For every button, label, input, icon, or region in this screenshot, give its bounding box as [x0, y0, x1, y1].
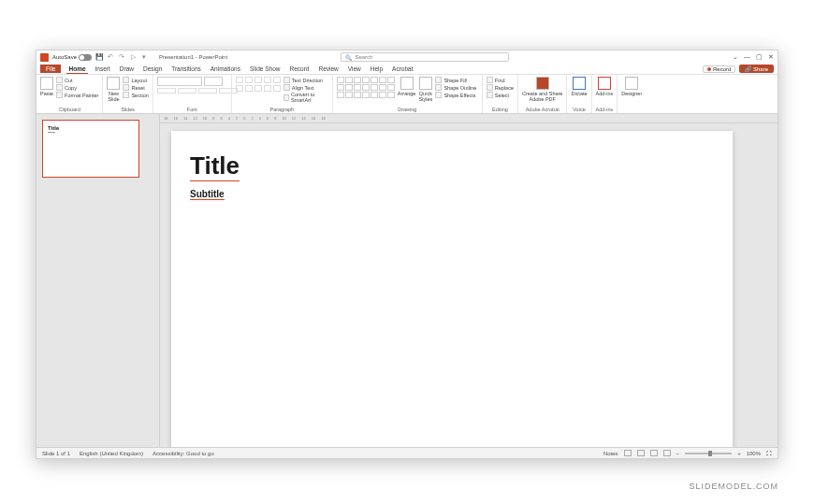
toggle-off-icon[interactable]	[79, 54, 92, 61]
slide-subtitle-placeholder[interactable]: Subtitle	[190, 189, 225, 200]
font-size-input[interactable]	[204, 77, 223, 86]
tab-record[interactable]: Record	[287, 65, 311, 73]
accessibility-indicator[interactable]: Accessibility: Good to go	[153, 451, 214, 456]
addins-button[interactable]: Add-ins	[596, 77, 614, 96]
format-painter-button[interactable]: Format Painter	[56, 92, 98, 98]
minimize-icon[interactable]: —	[744, 53, 750, 61]
normal-view-icon[interactable]	[624, 450, 632, 456]
align-left-button[interactable]	[236, 85, 243, 92]
align-right-button[interactable]	[254, 85, 262, 92]
record-button[interactable]: Record	[703, 65, 735, 73]
notes-button[interactable]: Notes	[603, 451, 618, 456]
ribbon-options-icon[interactable]: ⌄	[733, 53, 738, 61]
arrange-button[interactable]: Arrange	[398, 77, 416, 96]
cut-button[interactable]: Cut	[56, 77, 98, 83]
quick-styles-button[interactable]: Quick Styles	[418, 77, 432, 102]
convert-smartart-button[interactable]: Convert to SmartArt	[283, 92, 328, 103]
section-button[interactable]: Section	[123, 92, 148, 98]
underline-button[interactable]	[198, 88, 217, 94]
tab-home[interactable]: Home	[66, 65, 87, 74]
bullets-button[interactable]	[236, 77, 243, 83]
layout-button[interactable]: Layout	[123, 77, 148, 83]
tab-acrobat[interactable]: Acrobat	[390, 65, 414, 73]
shape-effects-button[interactable]: Shape Effects	[435, 92, 476, 98]
tab-review[interactable]: Review	[316, 65, 340, 73]
tab-draw[interactable]: Draw	[118, 65, 136, 73]
horizontal-ruler: 18161412108642024681012141618	[160, 114, 778, 123]
tab-file[interactable]: File	[40, 65, 61, 73]
line-spacing-button[interactable]	[273, 77, 281, 83]
shapes-gallery[interactable]	[337, 77, 395, 98]
slideshow-view-icon[interactable]	[663, 450, 671, 456]
justify-button[interactable]	[264, 85, 271, 92]
undo-icon[interactable]: ↶	[107, 53, 114, 61]
layout-icon	[123, 77, 129, 83]
group-acrobat: Create and Share Adobe PDF Adobe Acrobat	[518, 75, 567, 113]
indent-dec-button[interactable]	[254, 77, 262, 83]
start-slideshow-icon[interactable]: ▷	[129, 53, 137, 61]
qat-dropdown-icon[interactable]: ▾	[140, 53, 148, 61]
powerpoint-window: AutoSave 💾 ↶ ↷ ▷ ▾ Presentation1 - Power…	[36, 50, 778, 459]
zoom-level[interactable]: 100%	[747, 451, 761, 456]
bold-button[interactable]	[157, 88, 176, 94]
save-icon[interactable]: 💾	[95, 53, 103, 61]
tab-transitions[interactable]: Transitions	[169, 65, 203, 73]
autosave-toggle[interactable]: AutoSave	[52, 54, 92, 61]
find-button[interactable]: Find	[487, 77, 514, 83]
columns-button[interactable]	[273, 85, 281, 92]
language-indicator[interactable]: English (United Kingdom)	[80, 451, 143, 456]
fit-to-window-icon[interactable]: ⛶	[766, 451, 772, 456]
group-paragraph: Text Direction Align Text Convert to Sma…	[232, 75, 333, 113]
zoom-out-icon[interactable]: −	[676, 451, 680, 456]
maximize-icon[interactable]: ▢	[756, 53, 763, 61]
thumbnail-panel[interactable]: Title	[36, 114, 149, 447]
font-family-input[interactable]	[157, 77, 202, 86]
shape-outline-icon	[435, 84, 442, 91]
share-button[interactable]: 🔗 Share	[739, 65, 774, 73]
create-share-pdf-button[interactable]: Create and Share Adobe PDF	[522, 77, 562, 102]
reset-button[interactable]: Reset	[123, 84, 148, 91]
align-center-button[interactable]	[245, 85, 253, 92]
slide-thumbnail-1[interactable]: Title	[42, 120, 139, 178]
shape-fill-button[interactable]: Shape Fill	[435, 77, 476, 83]
slide-canvas-area[interactable]: Title Subtitle	[160, 123, 778, 447]
app-icon	[40, 53, 49, 62]
zoom-slider[interactable]	[685, 453, 732, 454]
numbering-button[interactable]	[245, 77, 253, 83]
smartart-icon	[283, 94, 289, 101]
sorter-view-icon[interactable]	[637, 450, 645, 456]
align-text-button[interactable]: Align Text	[283, 84, 328, 91]
select-button[interactable]: Select	[487, 92, 514, 98]
record-dot-icon	[707, 67, 711, 71]
text-direction-button[interactable]: Text Direction	[283, 77, 328, 83]
reading-view-icon[interactable]	[650, 450, 658, 456]
designer-button[interactable]: Designer	[621, 77, 642, 96]
tab-slideshow[interactable]: Slide Show	[248, 65, 283, 73]
slide[interactable]: Title Subtitle	[171, 131, 733, 447]
search-input[interactable]: 🔍 Search	[341, 52, 509, 62]
tab-help[interactable]: Help	[369, 65, 385, 73]
replace-button[interactable]: Replace	[487, 84, 514, 91]
slide-title-placeholder[interactable]: Title	[190, 151, 714, 181]
tab-view[interactable]: View	[346, 65, 363, 73]
addins-icon	[598, 77, 611, 90]
tab-animations[interactable]: Animations	[209, 65, 242, 73]
paragraph-icons	[236, 77, 281, 92]
find-icon	[487, 77, 493, 83]
indent-inc-button[interactable]	[264, 77, 271, 83]
tab-design[interactable]: Design	[141, 65, 164, 73]
select-icon	[487, 92, 493, 98]
italic-button[interactable]	[178, 88, 196, 94]
new-slide-button[interactable]: New Slide	[107, 77, 120, 102]
copy-button[interactable]: Copy	[56, 84, 98, 91]
dictate-button[interactable]: Dictate	[571, 77, 587, 96]
paste-button[interactable]: Paste	[40, 77, 53, 96]
group-clipboard: Paste Cut Copy Format Painter Clipboard	[36, 75, 103, 113]
close-icon[interactable]: ✕	[768, 53, 774, 61]
shape-outline-button[interactable]: Shape Outline	[435, 84, 476, 91]
redo-icon[interactable]: ↷	[118, 53, 125, 61]
workarea: Title 18161412108642024681012141618 Titl…	[36, 114, 778, 447]
tab-insert[interactable]: Insert	[94, 65, 112, 73]
slide-indicator[interactable]: Slide 1 of 1	[42, 451, 70, 456]
zoom-in-icon[interactable]: +	[737, 451, 741, 456]
